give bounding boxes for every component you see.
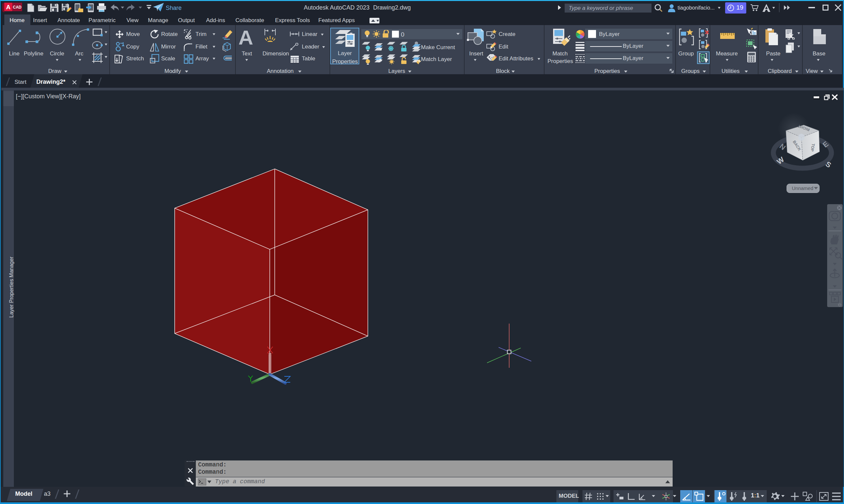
svg-text:A: A bbox=[6, 4, 11, 11]
svg-text:CAD: CAD bbox=[13, 5, 21, 10]
svg-text:0: 0 bbox=[401, 31, 404, 38]
